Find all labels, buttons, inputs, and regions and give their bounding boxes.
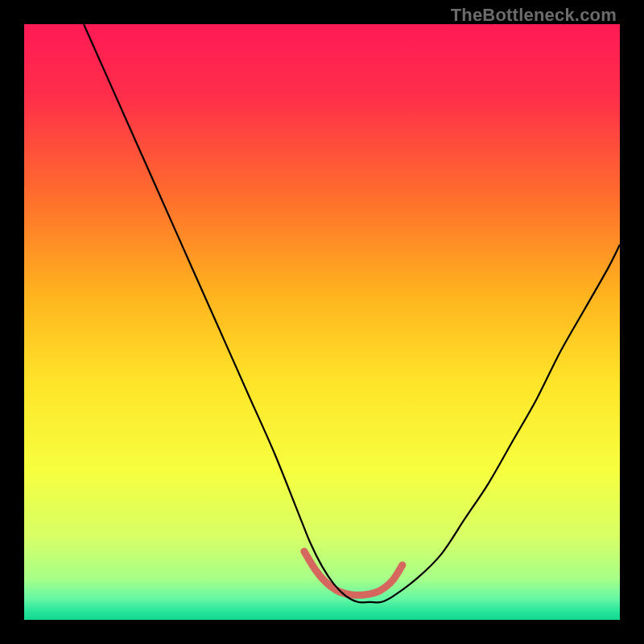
chart-frame: TheBottleneck.com [0,0,644,644]
optimal-region-marker [304,551,402,595]
bottleneck-curve [84,24,620,602]
plot-area [24,24,620,620]
curve-layer [24,24,620,620]
watermark-text: TheBottleneck.com [451,5,617,26]
